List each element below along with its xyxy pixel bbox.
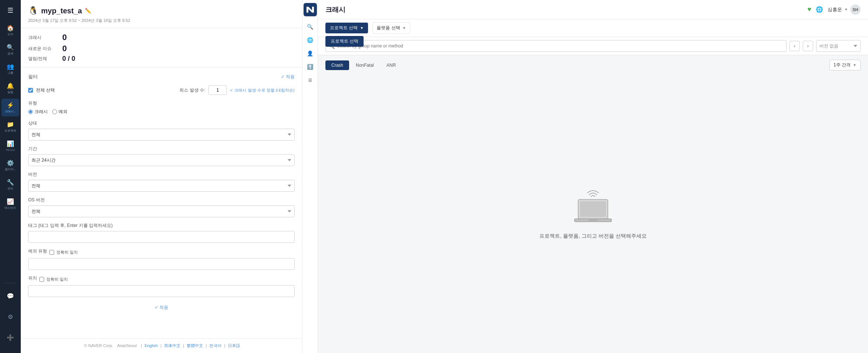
footer-location: Asia/Seoul xyxy=(117,343,137,348)
search-next-button[interactable]: › xyxy=(803,41,813,51)
os-version-select[interactable]: 전체 xyxy=(28,205,295,217)
exception-exact-match-checkbox[interactable] xyxy=(49,250,54,255)
filter-exception-type-section: 예외 유형 정확히 일치 xyxy=(28,248,295,270)
min-count-label: 최소 발생 수: xyxy=(179,87,205,93)
min-count-input[interactable] xyxy=(208,85,227,95)
search-input-wrap: 🔍 xyxy=(325,40,786,52)
crash-header: 크래시 ♥ 🌐 심흥운 ▼ SH xyxy=(318,0,868,19)
status-select[interactable]: 전체 미확인 확인 해결 xyxy=(28,129,295,141)
footer-link-english[interactable]: English xyxy=(145,343,158,348)
exception-exact-match-label: 정확히 일치 xyxy=(56,250,78,255)
nelo-person-icon-btn[interactable]: 👤 xyxy=(304,47,316,59)
filter-os-version-section: OS 버전 전체 xyxy=(28,197,295,217)
empty-state-message: 프로젝트, 플랫폼, 그리고 버전을 선택해주세요 xyxy=(539,233,646,240)
globe-icon[interactable]: 🌐 xyxy=(816,6,823,13)
period-select[interactable]: 최근 24시간 최근 7일 최근 30일 xyxy=(28,154,295,166)
type-exception-radio[interactable]: 예외 xyxy=(52,109,67,115)
sidebar-label-crash: 크래시... xyxy=(5,110,16,113)
main-footer: © NAVER Corp. Asia/Seoul | English | 简体中… xyxy=(21,338,302,353)
platform-select-label: 플랫폼 선택 xyxy=(377,25,400,31)
crash-stat: 크래시 0 xyxy=(28,33,295,42)
filter-title: 필터 xyxy=(28,73,38,80)
exception-type-input[interactable] xyxy=(28,258,295,270)
sidebar-item-settings[interactable]: ⚙ xyxy=(1,308,19,326)
user-dropdown[interactable]: 심흥운 ▼ SH xyxy=(828,4,861,15)
sidebar-item-optimize[interactable]: ⚙️ 옵티마... xyxy=(1,156,19,174)
sidebar-label-search: 검색 xyxy=(7,52,13,56)
sidebar-label-manage: 관리 xyxy=(7,187,13,191)
project-select-button[interactable]: 프로젝트 선택 ▼ xyxy=(325,23,368,33)
filter-apply-top-button[interactable]: ✓ 적용 xyxy=(281,74,295,80)
nelo-upload-icon-btn[interactable]: ⬆️ xyxy=(304,61,316,73)
sidebar-menu-button[interactable]: ☰ xyxy=(3,3,18,18)
sort-link[interactable]: ✓ 크래시 발생 수로 정렬 (내림차순) xyxy=(230,88,295,93)
heart-icon[interactable]: ♥ xyxy=(807,6,811,13)
tab-nonfatal[interactable]: NonFatal xyxy=(350,60,380,70)
filter-tag-section: 태그 (태그 입력 후, Enter 키를 입력하세요) xyxy=(28,222,295,243)
nelo-bar: 🔍 🌐 👤 ⬆️ 🖥 xyxy=(302,0,318,353)
footer-link-japanese[interactable]: 日本語 xyxy=(228,343,240,348)
footer-link-traditional-chinese[interactable]: 繁體中文 xyxy=(187,343,203,348)
filter-panel: 필터 ✓ 적용 전체 선택 최소 발생 수: ✓ 크래시 발생 수로 정렬 (내… xyxy=(21,67,302,338)
nelo-display-icon-btn[interactable]: 🖥 xyxy=(304,74,316,86)
version-select[interactable]: 전체 xyxy=(28,180,295,192)
kanban-icon: 📊 xyxy=(7,140,14,147)
footer-link-korean[interactable]: 한국어 xyxy=(209,343,222,348)
period-select-chevron-icon: ▼ xyxy=(853,63,857,67)
filter-status-label: 상태 xyxy=(28,120,295,126)
new-issue-value: 0 xyxy=(62,44,67,53)
sidebar-item-home[interactable]: 🏠 오카 xyxy=(1,22,19,39)
sidebar-label-group: 그룹 xyxy=(7,71,13,75)
sidebar-label-dashboard: 대시보드 xyxy=(4,206,16,210)
footer-copyright: © NAVER Corp. xyxy=(84,343,113,348)
project-panel: 🐧 myp_test_a ✏️ 2024년 3월 17일 오후 9:52 ~ 2… xyxy=(21,0,302,353)
location-exact-match-checkbox[interactable] xyxy=(39,277,44,282)
user-avatar: SH xyxy=(850,4,861,15)
filter-apply-bottom-button[interactable]: ✓ 적용 xyxy=(28,304,295,311)
crash-tabs-row: Crash NonFatal ANR 1주 간격 ▼ xyxy=(318,55,868,75)
type-crash-label: 크래시 xyxy=(34,109,48,115)
sidebar-label-notification: 알림 xyxy=(7,90,13,94)
version-filter-select[interactable]: 버전 없음 xyxy=(816,40,861,52)
sidebar-item-kanban[interactable]: 📊 카나나 xyxy=(1,137,19,155)
sidebar-item-notification[interactable]: 🔔 알림 xyxy=(1,79,19,97)
home-icon: 🏠 xyxy=(7,24,14,32)
crash-search-input[interactable] xyxy=(337,43,783,49)
sidebar-item-group[interactable]: 👥 그룹 xyxy=(1,60,19,78)
filter-tag-label: 태그 (태그 입력 후, Enter 키를 입력하세요) xyxy=(28,222,295,229)
nelo-search-icon-btn[interactable]: 🔍 xyxy=(304,21,316,33)
platform-select-button[interactable]: 플랫폼 선택 ▼ xyxy=(372,22,410,34)
tab-anr[interactable]: ANR xyxy=(381,60,402,70)
sidebar-item-chat[interactable]: 💬 xyxy=(1,287,19,305)
period-select-label: 1주 간격 xyxy=(834,62,851,68)
nelo-logo[interactable] xyxy=(304,3,317,16)
search-icon: 🔍 xyxy=(7,44,14,51)
user-name: 심흥운 xyxy=(828,6,842,13)
location-input[interactable] xyxy=(28,285,295,297)
sidebar-label-home: 오카 xyxy=(7,33,13,36)
crash-panel: 크래시 ♥ 🌐 심흥운 ▼ SH 프로젝트 선택 ▼ 프로젝트 선택 플랫폼 선… xyxy=(318,0,868,353)
tab-crash[interactable]: Crash xyxy=(325,60,349,70)
sidebar-item-dashboard[interactable]: 📈 대시보드 xyxy=(1,195,19,213)
sidebar-label-project: 프로젝트 xyxy=(4,129,16,133)
nelo-globe-icon-btn[interactable]: 🌐 xyxy=(304,34,316,46)
filter-location-section: 위치 정확히 일치 xyxy=(28,275,295,297)
tag-input[interactable] xyxy=(28,231,295,243)
sidebar-item-manage[interactable]: 🔧 관리 xyxy=(1,176,19,194)
sidebar-item-project[interactable]: 📁 프로젝트 xyxy=(1,118,19,136)
footer-separator-1: | xyxy=(141,343,143,348)
sidebar-item-add[interactable]: ➕ xyxy=(1,329,19,346)
sidebar-item-search[interactable]: 🔍 검색 xyxy=(1,41,19,59)
edit-icon[interactable]: ✏️ xyxy=(85,8,91,14)
filter-version-label: 버전 xyxy=(28,171,295,178)
search-prev-button[interactable]: ‹ xyxy=(789,41,800,51)
chevron-down-icon: ▼ xyxy=(844,7,848,11)
sidebar-item-crash[interactable]: ⚡ 크래시... xyxy=(1,99,19,116)
period-select-dropdown[interactable]: 1주 간격 ▼ xyxy=(829,60,861,70)
project-select-label: 프로젝트 선택 xyxy=(330,25,358,31)
all-select-checkbox[interactable] xyxy=(28,88,33,93)
footer-link-simplified-chinese[interactable]: 简体中文 xyxy=(164,343,180,348)
empty-illustration xyxy=(571,188,615,225)
sidebar-label-kanban: 카나나 xyxy=(6,148,15,152)
type-crash-radio[interactable]: 크래시 xyxy=(28,109,48,115)
